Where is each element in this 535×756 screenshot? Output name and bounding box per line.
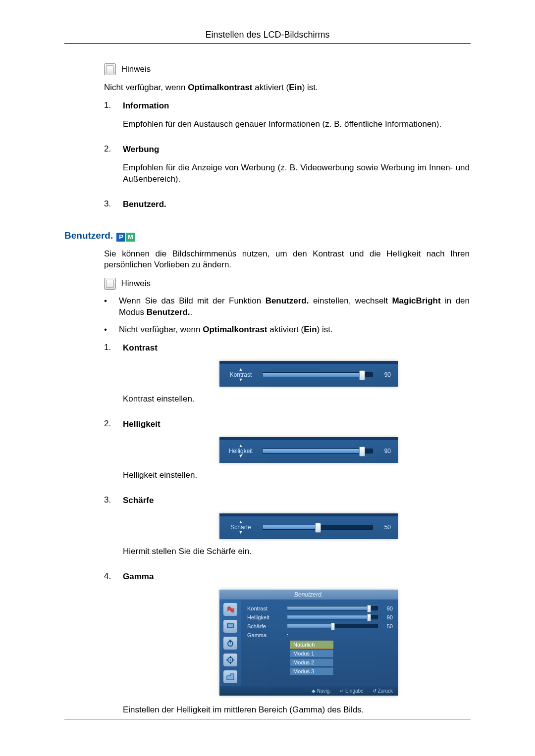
arrow-down-icon: ▼	[226, 454, 255, 458]
menu-row-value: 50	[383, 623, 393, 629]
list-number: 4.	[104, 571, 123, 723]
slider-label: ▲ Kontrast ▼	[226, 368, 255, 382]
menu-row-bar	[287, 606, 378, 610]
list-number: 2.	[104, 144, 123, 192]
bullet-text: Wenn Sie das Bild mit der Funktion Benut…	[119, 296, 470, 318]
note-label: Hinweis	[121, 64, 151, 74]
slider-track[interactable]	[262, 449, 373, 454]
item-desc: Hiermit stellen Sie die Schärfe ein.	[123, 546, 470, 557]
menu-side-input-icon[interactable]	[223, 670, 237, 683]
slider-value: 50	[380, 524, 391, 531]
gamma-option-modus1[interactable]: Modus 1	[290, 650, 333, 657]
badge-m-icon: M	[126, 233, 135, 242]
menu-row-value: 90	[383, 605, 393, 611]
svg-rect-1	[228, 624, 233, 627]
list-number: 1.	[104, 101, 123, 137]
svg-point-6	[230, 659, 231, 660]
page-footer-rule	[64, 719, 471, 720]
item-title-helligkeit: Helligkeit	[123, 419, 470, 430]
item-desc: Einstellen der Helligkeit im mittleren B…	[123, 705, 470, 716]
slider-thumb[interactable]	[359, 447, 365, 456]
list-desc: Empfohlen für den Austausch genauer Info…	[123, 119, 470, 130]
menu-row-bar	[287, 615, 378, 619]
slider-value: 90	[380, 371, 391, 378]
slider-thumb[interactable]	[315, 523, 321, 533]
list-title-werbung: Werbung	[123, 144, 470, 155]
section-intro: Sie können die Bildschirmmenüs nutzen, u…	[104, 249, 470, 271]
item-title-schaerfe: Schärfe	[123, 495, 470, 506]
svg-rect-3	[229, 640, 231, 641]
mode-badge-pm: PM	[116, 231, 135, 242]
menu-row-label: Helligkeit	[247, 614, 282, 620]
arrow-up-icon: ▲	[226, 520, 255, 524]
arrow-up-icon: ▲	[226, 444, 255, 448]
menu-row-label: Gamma	[247, 632, 282, 638]
slider-track[interactable]	[262, 525, 373, 530]
menu-side-display-icon[interactable]	[223, 620, 237, 633]
menu-row-kontrast[interactable]: Kontrast 90	[247, 604, 393, 613]
note-icon	[104, 63, 116, 75]
menu-row-helligkeit[interactable]: Helligkeit 90	[247, 613, 393, 622]
slider-label: ▲ Helligkeit ▼	[226, 444, 255, 458]
arrow-down-icon: ▼	[226, 531, 255, 534]
menu-sidebar	[219, 600, 241, 686]
menu-footer-nav: ◆ Navig.	[312, 688, 331, 694]
note-icon	[104, 278, 116, 290]
menu-row-label: Schärfe	[247, 623, 282, 629]
slider-figure-schaerfe: ▲ Schärfe ▼ 50	[219, 513, 398, 539]
list-title-benutzerd: Benutzerd.	[123, 199, 470, 210]
gamma-menu-figure: Benutzerd. Kontrast	[219, 590, 398, 696]
item-title-kontrast: Kontrast	[123, 343, 470, 354]
menu-side-settings-icon[interactable]	[223, 654, 237, 666]
menu-row-bar	[287, 624, 378, 628]
menu-side-picture-icon[interactable]	[223, 603, 237, 616]
arrow-up-icon: ▲	[226, 368, 255, 371]
menu-footer-enter: ↵ Eingabe	[340, 688, 363, 694]
slider-value: 90	[380, 448, 391, 454]
item-title-gamma: Gamma	[123, 571, 470, 583]
list-title-information: Information	[123, 101, 470, 112]
menu-title: Benutzerd.	[219, 590, 398, 600]
menu-row-label: Kontrast	[247, 605, 282, 611]
note-label: Hinweis	[121, 279, 151, 288]
slider-label: ▲ Schärfe ▼	[226, 520, 255, 534]
gamma-option-modus2[interactable]: Modus 2	[290, 658, 333, 666]
menu-row-schaerfe[interactable]: Schärfe 50	[247, 622, 393, 631]
gamma-option-natuerlich[interactable]: Natürlich	[290, 641, 333, 649]
slider-figure-helligkeit: ▲ Helligkeit ▼ 90	[219, 437, 398, 463]
list-desc: Empfohlen für die Anzeige von Werbung (z…	[123, 162, 470, 185]
badge-p-icon: P	[116, 233, 125, 242]
list-number: 3.	[104, 199, 123, 217]
bullet-text: Nicht verfügbar, wenn Optimalkontrast ak…	[119, 324, 470, 336]
list-number: 3.	[104, 495, 123, 564]
slider-thumb[interactable]	[359, 370, 365, 380]
note-text: Nicht verfügbar, wenn Optimalkontrast ak…	[104, 82, 470, 94]
list-number: 2.	[104, 419, 123, 488]
list-number: 1.	[104, 343, 123, 412]
slider-track[interactable]	[262, 372, 373, 377]
menu-row-gamma[interactable]: Gamma :	[247, 631, 393, 640]
section-title-benutzerd: Benutzerd. PM	[64, 230, 471, 242]
menu-row-value: 90	[383, 614, 393, 620]
gamma-option-modus3[interactable]: Modus 3	[290, 667, 333, 675]
menu-side-timer-icon[interactable]	[223, 637, 237, 650]
arrow-down-icon: ▼	[226, 378, 255, 382]
menu-footer: ◆ Navig. ↵ Eingabe ↺ Zurück	[219, 686, 398, 696]
menu-footer-back: ↺ Zurück	[373, 688, 393, 694]
item-desc: Helligkeit einstellen.	[123, 470, 470, 481]
item-desc: Kontrast einstellen.	[123, 394, 470, 405]
page-title: Einstellen des LCD-Bildschirms	[205, 30, 329, 40]
slider-figure-kontrast: ▲ Kontrast ▼ 90	[219, 361, 398, 387]
page-header: Einstellen des LCD-Bildschirms	[64, 30, 471, 44]
